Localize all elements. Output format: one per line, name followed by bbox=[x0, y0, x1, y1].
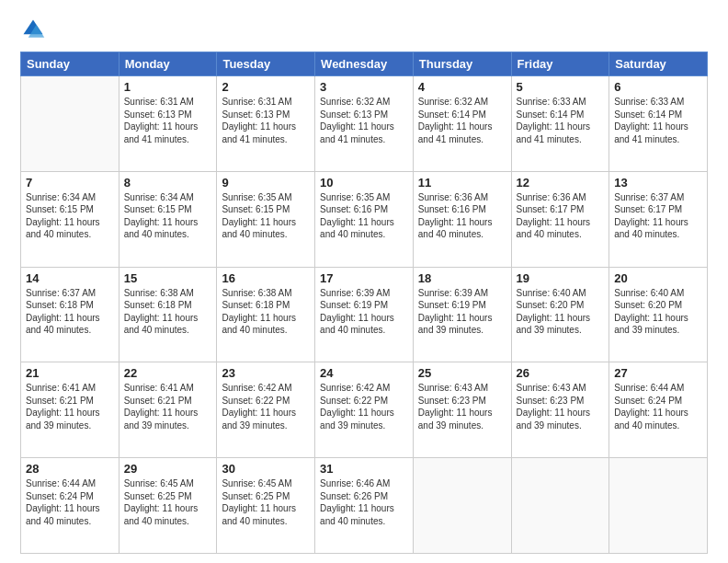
day-info: Sunrise: 6:32 AM Sunset: 6:14 PM Dayligh… bbox=[418, 96, 506, 145]
day-number: 30 bbox=[222, 462, 310, 476]
calendar-header-wednesday: Wednesday bbox=[315, 52, 414, 76]
day-info: Sunrise: 6:37 AM Sunset: 6:18 PM Dayligh… bbox=[26, 287, 114, 337]
day-info: Sunrise: 6:31 AM Sunset: 6:13 PM Dayligh… bbox=[124, 96, 212, 145]
calendar-cell: 11Sunrise: 6:36 AM Sunset: 6:16 PM Dayli… bbox=[413, 171, 511, 267]
day-number: 23 bbox=[222, 366, 310, 380]
calendar-cell: 8Sunrise: 6:34 AM Sunset: 6:15 PM Daylig… bbox=[119, 171, 217, 267]
day-info: Sunrise: 6:36 AM Sunset: 6:17 PM Dayligh… bbox=[517, 191, 605, 241]
day-number: 10 bbox=[320, 176, 408, 190]
day-number: 25 bbox=[418, 366, 506, 380]
day-info: Sunrise: 6:36 AM Sunset: 6:16 PM Dayligh… bbox=[418, 191, 506, 241]
day-number: 13 bbox=[614, 176, 702, 190]
day-number: 7 bbox=[26, 176, 114, 190]
calendar-header-friday: Friday bbox=[511, 52, 609, 76]
day-info: Sunrise: 6:40 AM Sunset: 6:20 PM Dayligh… bbox=[614, 287, 702, 337]
calendar-cell: 14Sunrise: 6:37 AM Sunset: 6:18 PM Dayli… bbox=[21, 267, 119, 362]
calendar-header-row: SundayMondayTuesdayWednesdayThursdayFrid… bbox=[21, 52, 708, 76]
calendar-cell: 6Sunrise: 6:33 AM Sunset: 6:14 PM Daylig… bbox=[609, 76, 708, 172]
day-info: Sunrise: 6:44 AM Sunset: 6:24 PM Dayligh… bbox=[614, 382, 702, 431]
day-info: Sunrise: 6:43 AM Sunset: 6:23 PM Dayligh… bbox=[517, 382, 605, 431]
day-number: 6 bbox=[614, 80, 702, 94]
day-number: 4 bbox=[418, 80, 506, 94]
calendar-cell: 31Sunrise: 6:46 AM Sunset: 6:26 PM Dayli… bbox=[315, 458, 414, 554]
calendar-cell: 29Sunrise: 6:45 AM Sunset: 6:25 PM Dayli… bbox=[119, 458, 217, 554]
day-number: 24 bbox=[320, 366, 408, 380]
calendar-cell: 4Sunrise: 6:32 AM Sunset: 6:14 PM Daylig… bbox=[413, 76, 511, 172]
day-number: 27 bbox=[614, 366, 702, 380]
day-number: 12 bbox=[517, 176, 605, 190]
day-number: 17 bbox=[320, 271, 408, 285]
day-number: 28 bbox=[26, 462, 114, 476]
day-info: Sunrise: 6:43 AM Sunset: 6:23 PM Dayligh… bbox=[418, 382, 506, 431]
day-info: Sunrise: 6:42 AM Sunset: 6:22 PM Dayligh… bbox=[222, 382, 310, 431]
calendar-week-row: 14Sunrise: 6:37 AM Sunset: 6:18 PM Dayli… bbox=[21, 267, 708, 362]
calendar-cell: 21Sunrise: 6:41 AM Sunset: 6:21 PM Dayli… bbox=[21, 362, 119, 458]
day-number: 29 bbox=[124, 462, 212, 476]
calendar-cell: 26Sunrise: 6:43 AM Sunset: 6:23 PM Dayli… bbox=[511, 362, 609, 458]
day-info: Sunrise: 6:38 AM Sunset: 6:18 PM Dayligh… bbox=[124, 287, 212, 337]
calendar-cell: 1Sunrise: 6:31 AM Sunset: 6:13 PM Daylig… bbox=[119, 76, 217, 172]
calendar-cell: 2Sunrise: 6:31 AM Sunset: 6:13 PM Daylig… bbox=[217, 76, 315, 172]
calendar-cell: 24Sunrise: 6:42 AM Sunset: 6:22 PM Dayli… bbox=[315, 362, 414, 458]
calendar-cell: 16Sunrise: 6:38 AM Sunset: 6:18 PM Dayli… bbox=[217, 267, 315, 362]
page: SundayMondayTuesdayWednesdayThursdayFrid… bbox=[0, 0, 728, 563]
calendar-cell: 30Sunrise: 6:45 AM Sunset: 6:25 PM Dayli… bbox=[217, 458, 315, 554]
day-number: 22 bbox=[124, 366, 212, 380]
calendar-cell bbox=[609, 458, 708, 554]
calendar-header-thursday: Thursday bbox=[413, 52, 511, 76]
calendar-cell: 23Sunrise: 6:42 AM Sunset: 6:22 PM Dayli… bbox=[217, 362, 315, 458]
calendar-cell: 13Sunrise: 6:37 AM Sunset: 6:17 PM Dayli… bbox=[609, 171, 708, 267]
day-info: Sunrise: 6:34 AM Sunset: 6:15 PM Dayligh… bbox=[124, 191, 212, 241]
calendar-cell: 27Sunrise: 6:44 AM Sunset: 6:24 PM Dayli… bbox=[609, 362, 708, 458]
day-number: 14 bbox=[26, 271, 114, 285]
calendar-cell: 25Sunrise: 6:43 AM Sunset: 6:23 PM Dayli… bbox=[413, 362, 511, 458]
calendar-week-row: 28Sunrise: 6:44 AM Sunset: 6:24 PM Dayli… bbox=[21, 458, 708, 554]
day-number: 26 bbox=[517, 366, 605, 380]
calendar-cell: 18Sunrise: 6:39 AM Sunset: 6:19 PM Dayli… bbox=[413, 267, 511, 362]
calendar-cell: 5Sunrise: 6:33 AM Sunset: 6:14 PM Daylig… bbox=[511, 76, 609, 172]
logo-icon bbox=[20, 17, 46, 42]
day-info: Sunrise: 6:31 AM Sunset: 6:13 PM Dayligh… bbox=[222, 96, 310, 145]
day-info: Sunrise: 6:38 AM Sunset: 6:18 PM Dayligh… bbox=[222, 287, 310, 337]
calendar-cell: 12Sunrise: 6:36 AM Sunset: 6:17 PM Dayli… bbox=[511, 171, 609, 267]
logo bbox=[20, 17, 50, 42]
day-number: 1 bbox=[124, 80, 212, 94]
day-info: Sunrise: 6:37 AM Sunset: 6:17 PM Dayligh… bbox=[614, 191, 702, 241]
day-info: Sunrise: 6:32 AM Sunset: 6:13 PM Dayligh… bbox=[320, 96, 408, 145]
calendar-cell: 17Sunrise: 6:39 AM Sunset: 6:19 PM Dayli… bbox=[315, 267, 414, 362]
day-info: Sunrise: 6:41 AM Sunset: 6:21 PM Dayligh… bbox=[124, 382, 212, 431]
day-number: 3 bbox=[320, 80, 408, 94]
calendar-header-saturday: Saturday bbox=[609, 52, 708, 76]
day-number: 20 bbox=[614, 271, 702, 285]
day-info: Sunrise: 6:35 AM Sunset: 6:16 PM Dayligh… bbox=[320, 191, 408, 241]
day-info: Sunrise: 6:39 AM Sunset: 6:19 PM Dayligh… bbox=[418, 287, 506, 337]
day-info: Sunrise: 6:39 AM Sunset: 6:19 PM Dayligh… bbox=[320, 287, 408, 337]
calendar-cell: 22Sunrise: 6:41 AM Sunset: 6:21 PM Dayli… bbox=[119, 362, 217, 458]
calendar-cell: 7Sunrise: 6:34 AM Sunset: 6:15 PM Daylig… bbox=[21, 171, 119, 267]
day-number: 2 bbox=[222, 80, 310, 94]
calendar-cell bbox=[511, 458, 609, 554]
day-info: Sunrise: 6:46 AM Sunset: 6:26 PM Dayligh… bbox=[320, 477, 408, 527]
day-number: 18 bbox=[418, 271, 506, 285]
calendar-cell: 20Sunrise: 6:40 AM Sunset: 6:20 PM Dayli… bbox=[609, 267, 708, 362]
calendar-cell: 10Sunrise: 6:35 AM Sunset: 6:16 PM Dayli… bbox=[315, 171, 414, 267]
day-number: 19 bbox=[517, 271, 605, 285]
calendar-cell: 3Sunrise: 6:32 AM Sunset: 6:13 PM Daylig… bbox=[315, 76, 414, 172]
calendar-cell bbox=[413, 458, 511, 554]
day-number: 15 bbox=[124, 271, 212, 285]
calendar-header-monday: Monday bbox=[119, 52, 217, 76]
calendar-cell: 19Sunrise: 6:40 AM Sunset: 6:20 PM Dayli… bbox=[511, 267, 609, 362]
day-info: Sunrise: 6:44 AM Sunset: 6:24 PM Dayligh… bbox=[26, 477, 114, 527]
calendar-week-row: 1Sunrise: 6:31 AM Sunset: 6:13 PM Daylig… bbox=[21, 76, 708, 172]
day-info: Sunrise: 6:35 AM Sunset: 6:15 PM Dayligh… bbox=[222, 191, 310, 241]
header bbox=[20, 17, 708, 42]
day-info: Sunrise: 6:42 AM Sunset: 6:22 PM Dayligh… bbox=[320, 382, 408, 431]
calendar-header-tuesday: Tuesday bbox=[217, 52, 315, 76]
day-info: Sunrise: 6:33 AM Sunset: 6:14 PM Dayligh… bbox=[517, 96, 605, 145]
day-number: 16 bbox=[222, 271, 310, 285]
day-info: Sunrise: 6:41 AM Sunset: 6:21 PM Dayligh… bbox=[26, 382, 114, 431]
calendar-cell: 15Sunrise: 6:38 AM Sunset: 6:18 PM Dayli… bbox=[119, 267, 217, 362]
calendar-week-row: 7Sunrise: 6:34 AM Sunset: 6:15 PM Daylig… bbox=[21, 171, 708, 267]
calendar-cell bbox=[21, 76, 119, 172]
calendar-table: SundayMondayTuesdayWednesdayThursdayFrid… bbox=[20, 52, 708, 554]
